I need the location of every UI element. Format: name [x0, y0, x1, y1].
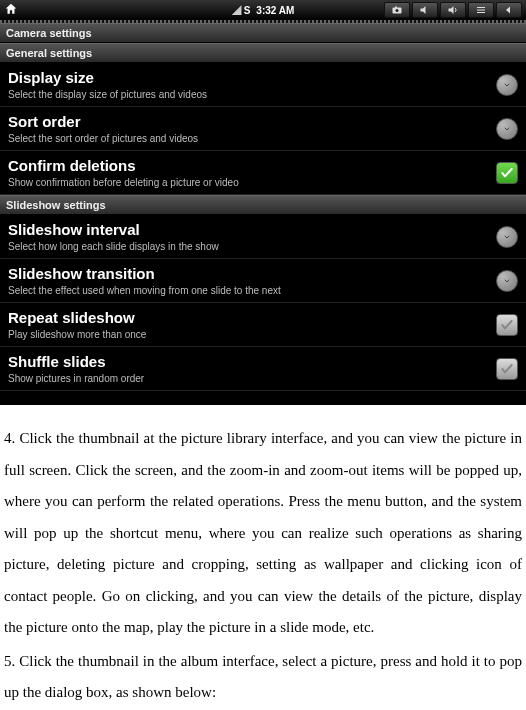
checkbox[interactable] — [496, 314, 518, 336]
chevron-down-icon[interactable] — [496, 118, 518, 140]
section-header: Slideshow settings — [0, 195, 526, 215]
svg-marker-0 — [232, 5, 242, 15]
svg-rect-3 — [395, 7, 397, 9]
row-title: Shuffle slides — [8, 353, 496, 371]
settings-row[interactable]: Display sizeSelect the display size of p… — [0, 63, 526, 107]
row-title: Repeat slideshow — [8, 309, 496, 327]
svg-point-11 — [502, 124, 512, 134]
svg-point-13 — [502, 276, 512, 286]
row-title: Slideshow transition — [8, 265, 496, 283]
menu-icon[interactable] — [468, 2, 494, 18]
row-subtitle: Select the sort order of pictures and vi… — [8, 133, 496, 144]
row-subtitle: Show confirmation before deleting a pict… — [8, 177, 496, 188]
svg-marker-4 — [421, 6, 426, 14]
svg-rect-8 — [477, 12, 485, 13]
row-subtitle: Select how long each slide displays in t… — [8, 241, 496, 252]
svg-rect-7 — [477, 10, 485, 11]
row-title: Slideshow interval — [8, 221, 496, 239]
signal-icon: S — [232, 5, 251, 16]
row-subtitle: Play slideshow more than once — [8, 329, 496, 340]
settings-row[interactable]: Confirm deletionsShow confirmation befor… — [0, 151, 526, 195]
screen-title: Camera settings — [0, 23, 526, 43]
svg-rect-6 — [477, 7, 485, 8]
signal-label: S — [244, 5, 251, 16]
row-title: Sort order — [8, 113, 496, 131]
camera-icon[interactable] — [384, 2, 410, 18]
settings-row[interactable]: Shuffle slidesShow pictures in random or… — [0, 347, 526, 391]
settings-row[interactable]: Slideshow transitionSelect the effect us… — [0, 259, 526, 303]
chevron-down-icon[interactable] — [496, 270, 518, 292]
svg-marker-9 — [506, 7, 510, 14]
checkbox[interactable] — [496, 162, 518, 184]
row-subtitle: Select the effect used when moving from … — [8, 285, 496, 296]
row-title: Display size — [8, 69, 496, 87]
svg-point-10 — [502, 80, 512, 90]
settings-row[interactable]: Slideshow intervalSelect how long each s… — [0, 215, 526, 259]
section-header: General settings — [0, 43, 526, 63]
android-settings-screenshot: S 3:32 AM Camera settings General settin… — [0, 0, 526, 405]
svg-marker-5 — [449, 6, 454, 14]
back-icon[interactable] — [496, 2, 522, 18]
home-icon[interactable] — [4, 2, 18, 19]
checkbox[interactable] — [496, 358, 518, 380]
row-subtitle: Show pictures in random order — [8, 373, 496, 384]
chevron-down-icon[interactable] — [496, 74, 518, 96]
svg-point-12 — [502, 232, 512, 242]
settings-row[interactable]: Repeat slideshowPlay slideshow more than… — [0, 303, 526, 347]
status-time: 3:32 AM — [256, 5, 294, 16]
document-body: 4. Click the thumbnail at the picture li… — [0, 405, 526, 710]
row-title: Confirm deletions — [8, 157, 496, 175]
volume-up-icon[interactable] — [440, 2, 466, 18]
svg-point-2 — [396, 9, 399, 12]
settings-row[interactable]: Sort orderSelect the sort order of pictu… — [0, 107, 526, 151]
paragraph-4: 4. Click the thumbnail at the picture li… — [4, 423, 522, 644]
chevron-down-icon[interactable] — [496, 226, 518, 248]
paragraph-5: 5. Click the thumbnail in the album inte… — [4, 646, 522, 709]
row-subtitle: Select the display size of pictures and … — [8, 89, 496, 100]
volume-down-icon[interactable] — [412, 2, 438, 18]
status-bar: S 3:32 AM — [0, 0, 526, 20]
